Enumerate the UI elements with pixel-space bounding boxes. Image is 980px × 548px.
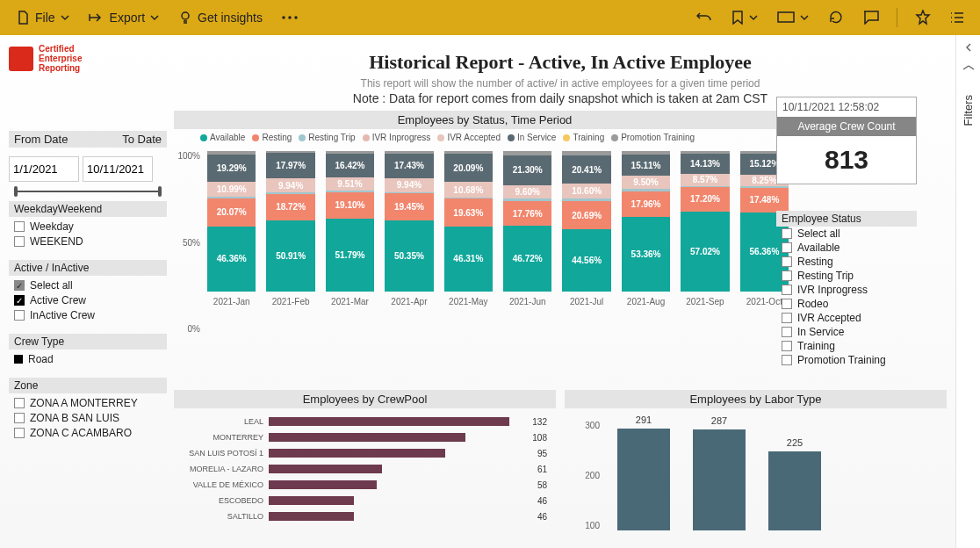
bar-2021-Mar[interactable]: 16.42%9.51%19.10%51.79%: [326, 151, 374, 292]
comment-icon: [863, 11, 879, 25]
chart-labor-title: Employees by Labor Type: [565, 390, 947, 408]
filters-pane-collapsed[interactable]: Filters: [955, 35, 980, 548]
status-filter: Employee Status Select allAvailableResti…: [776, 211, 917, 367]
weekday-item[interactable]: Weekday: [14, 220, 162, 233]
bar-2021-Jan[interactable]: 19.29%10.99%20.07%46.36%: [207, 151, 256, 292]
bar-2021-Jul[interactable]: 20.41%10.60%20.69%44.56%: [562, 151, 610, 292]
chevron-down-icon: [61, 13, 69, 22]
zone-item[interactable]: ZONA B SAN LUIS: [14, 412, 162, 424]
bar-2021-Jun[interactable]: 21.30%9.60%17.76%46.72%: [503, 151, 551, 292]
bar-2021-Aug[interactable]: 15.11%9.50%17.96%53.36%: [622, 151, 670, 292]
logo-line2: Enterprise: [39, 54, 82, 63]
undo-icon: [696, 11, 712, 25]
status-item[interactable]: Select all: [776, 227, 917, 241]
refresh-icon: [828, 10, 844, 25]
weekday-item[interactable]: WEEKEND: [14, 235, 162, 248]
chart-status-title: Employees by Status, Time Period: [174, 111, 796, 129]
bar-2021-Feb[interactable]: 17.97%9.94%18.72%50.91%: [266, 151, 314, 292]
page-subtitle: This report will show the number of acti…: [174, 77, 947, 90]
svg-point-2: [289, 17, 291, 18]
logo-badge: [9, 47, 33, 71]
crewpool-bar[interactable]: SALTILLO46: [183, 508, 547, 524]
file-menu[interactable]: File: [9, 0, 76, 35]
svg-rect-4: [778, 12, 794, 22]
logo: Certified Enterprise Reporting: [9, 44, 167, 73]
bar-2021-Sep[interactable]: 14.13%8.57%17.20%57.02%: [681, 151, 729, 292]
chart-crewpool[interactable]: LEAL132MONTERREY108SAN LUIS POTOSÍ 195MO…: [174, 408, 556, 548]
bar-2021-Apr[interactable]: 17.43%9.94%19.45%50.35%: [385, 151, 433, 292]
insights-button[interactable]: Get insights: [171, 0, 270, 35]
list-icon: [950, 11, 964, 24]
chart-status[interactable]: 100%50%0% 19.29%10.99%20.07%46.36%17.97%…: [174, 144, 796, 355]
undo-button[interactable]: [689, 0, 719, 35]
to-date-input[interactable]: [83, 156, 153, 182]
kpi-card: 10/11/2021 12:58:02 Average Crew Count 8…: [776, 97, 917, 184]
logo-line3: Reporting: [39, 63, 82, 73]
more-menu[interactable]: [275, 0, 305, 35]
funnel-icon: [962, 65, 975, 77]
file-icon: [16, 11, 30, 25]
comment-button[interactable]: [856, 0, 886, 35]
export-icon: [89, 11, 104, 24]
status-item[interactable]: Promotion Training: [776, 353, 917, 367]
active-header: Active / InActive: [9, 260, 167, 276]
crewpool-bar[interactable]: VALLE DE MÉXICO58: [183, 477, 547, 493]
labor-bar[interactable]: 225: [768, 451, 821, 530]
weekday-header: WeekdayWeekend: [9, 201, 167, 217]
zone-item[interactable]: ZONA A MONTERREY: [14, 397, 162, 409]
status-item[interactable]: In Service: [776, 325, 917, 339]
crewpool-bar[interactable]: ESCOBEDO46: [183, 493, 547, 508]
page-title: Historical Report - Active, In Active Em…: [174, 51, 947, 74]
chevron-left-icon: [963, 42, 974, 53]
favorite-button[interactable]: [908, 0, 938, 35]
from-date-input[interactable]: [9, 156, 79, 182]
rectangle-icon: [777, 11, 795, 24]
list-button[interactable]: [943, 0, 971, 35]
ribbon: File Export Get insights: [0, 0, 980, 35]
ellipsis-icon: [282, 16, 298, 19]
active-item[interactable]: InActive Crew: [14, 309, 162, 321]
status-item[interactable]: Available: [776, 241, 917, 255]
lightbulb-icon: [178, 11, 192, 25]
export-menu[interactable]: Export: [82, 0, 166, 35]
refresh-button[interactable]: [821, 0, 851, 35]
crewpool-bar[interactable]: LEAL132: [183, 414, 547, 429]
bookmark-menu[interactable]: [724, 0, 765, 35]
svg-point-0: [182, 12, 189, 19]
export-label: Export: [110, 11, 145, 25]
crewtype-header: Crew Type: [9, 334, 167, 350]
crewtype-item-label: Road: [28, 353, 54, 365]
to-date-label: To Date: [122, 133, 162, 146]
crewpool-bar[interactable]: MONTERREY108: [183, 429, 547, 445]
status-item[interactable]: Rodeo: [776, 297, 917, 311]
active-item[interactable]: ✓Active Crew: [14, 294, 162, 306]
kpi-timestamp: 10/11/2021 12:58:02: [777, 97, 916, 117]
chevron-down-icon: [800, 13, 809, 22]
status-item[interactable]: Resting: [776, 255, 917, 269]
status-item[interactable]: Resting Trip: [776, 269, 917, 283]
view-menu[interactable]: [770, 0, 816, 35]
status-item[interactable]: Training: [776, 339, 917, 353]
from-date-label: From Date: [14, 133, 68, 146]
chevron-down-icon: [150, 13, 159, 22]
chart-legend: AvailableRestingResting TripIVR Inprogre…: [200, 133, 796, 142]
labor-bar[interactable]: 287: [693, 429, 746, 530]
status-filter-header: Employee Status: [776, 211, 917, 227]
status-item[interactable]: IVR Accepted: [776, 311, 917, 325]
svg-point-3: [295, 17, 297, 18]
crewpool-bar[interactable]: SAN LUIS POTOSÍ 195: [183, 445, 547, 461]
chevron-down-icon: [749, 13, 758, 22]
active-item[interactable]: ✓Select all: [14, 279, 162, 292]
bar-2021-May[interactable]: 20.09%10.68%19.63%46.31%: [444, 151, 493, 292]
zone-item[interactable]: ZONA C ACAMBARO: [14, 427, 162, 439]
status-item[interactable]: IVR Inprogress: [776, 283, 917, 297]
crewpool-bar[interactable]: MORELIA - LAZARO61: [183, 461, 547, 477]
crewtype-road[interactable]: Road: [14, 353, 162, 365]
date-slider[interactable]: [14, 191, 162, 192]
labor-bar[interactable]: 291: [617, 429, 670, 530]
logo-line1: Certified: [39, 44, 82, 54]
insights-label: Get insights: [198, 11, 263, 25]
chart-labor[interactable]: 300200100 291287225: [565, 408, 947, 548]
star-icon: [915, 10, 931, 25]
kpi-label: Average Crew Count: [777, 117, 916, 136]
